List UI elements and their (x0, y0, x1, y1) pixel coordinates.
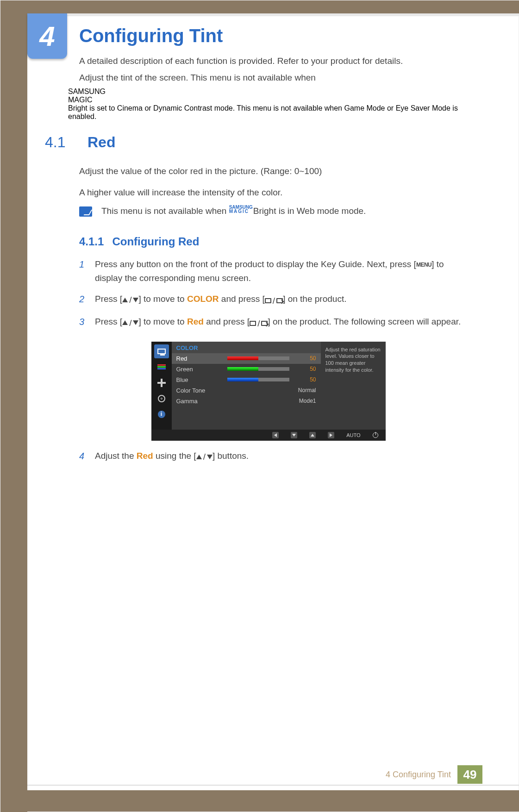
text: mode. This menu is not available when (214, 104, 344, 112)
osd-sidebar: i (151, 342, 172, 430)
web-mode: Web mode (297, 206, 339, 216)
steps-list-cont: 4 Adjust the Red using the [/] buttons. (79, 449, 469, 464)
note-icon (79, 206, 92, 217)
step-text: Adjust the Red using the [/] buttons. (95, 449, 249, 464)
intro-line-2: Adjust the tint of the screen. This menu… (79, 71, 469, 84)
text: or (387, 104, 396, 112)
text: ] to move to (138, 294, 187, 304)
osd-label: Color Tone (176, 387, 227, 394)
text: mode. (342, 206, 366, 216)
top-margin-bar (0, 0, 519, 13)
osd-label: Red (176, 355, 227, 362)
osd-nav-down[interactable] (291, 432, 297, 438)
osd-help-panel: Adjust the red saturation level. Values … (321, 342, 386, 430)
osd-nav-bar: AUTO (151, 430, 386, 441)
osd-nav-right[interactable] (328, 432, 334, 438)
osd: i COLOR Red 50 Green 50 (151, 342, 386, 441)
triangle-up-icon (311, 434, 314, 437)
osd-body: i COLOR Red 50 Green 50 (151, 342, 386, 430)
osd-tab-color[interactable] (154, 360, 169, 374)
cinema-mode: Cinema (117, 104, 143, 112)
monitor-icon (157, 349, 166, 354)
page-number: 49 (457, 765, 482, 784)
select-enter-icon: / (250, 317, 268, 330)
eye-saver-link[interactable]: Eye Saver Mode (396, 104, 450, 112)
osd-tab-picture[interactable] (154, 344, 169, 358)
red-word: Red (137, 451, 153, 461)
osd-row-tone[interactable]: Color Tone Normal (172, 385, 321, 396)
osd-screenshot: i COLOR Red 50 Green 50 (151, 342, 386, 441)
footer: 4 Configuring Tint 49 (27, 763, 519, 786)
red-word: Red (187, 317, 204, 326)
osd-tab-setup[interactable] (154, 392, 169, 406)
osd-label: Gamma (176, 398, 227, 405)
osd-row-gamma[interactable]: Gamma Mode1 (172, 396, 321, 406)
info-icon: i (158, 411, 165, 418)
footer-chapter: 4 Configuring Tint (386, 770, 451, 780)
step-number: 4 (79, 449, 88, 464)
page: 4 Configuring Tint A detailed descriptio… (0, 0, 519, 812)
bright-link[interactable]: Bright (68, 104, 88, 112)
step-1: 1 Press any button on the front of the p… (79, 257, 469, 285)
section-heading: 4.1 Red (45, 134, 469, 151)
color-bars-icon (157, 364, 166, 370)
text: This menu is not available when (101, 206, 229, 216)
osd-power-button[interactable] (373, 432, 378, 438)
subsection-number: 4.1.1 (79, 235, 104, 248)
osd-slider-green[interactable] (227, 367, 289, 371)
step-3: 3 Press [/] to move to Red and press [/]… (79, 315, 469, 330)
osd-label: Green (176, 366, 227, 373)
red-desc-1: Adjust the value of the color red in the… (79, 165, 469, 178)
text: Adjust the tint of the screen. This menu… (79, 73, 318, 82)
triangle-down-icon (292, 434, 296, 437)
osd-slider-red[interactable] (227, 356, 289, 360)
osd-header: COLOR (172, 342, 321, 353)
osd-nav-up[interactable] (309, 432, 316, 438)
text: and press [ (204, 317, 250, 326)
up-down-icon: / (122, 316, 138, 330)
osd-nav-left[interactable] (272, 432, 279, 438)
page-title: Configuring Tint (79, 25, 469, 46)
resize-icon (157, 379, 166, 387)
text: ] buttons. (213, 451, 249, 461)
text: is set to (89, 104, 117, 112)
triangle-left-icon (274, 433, 277, 437)
bright-link[interactable]: Bright (253, 206, 276, 216)
text: MAGIC (229, 209, 253, 213)
osd-slider-blue[interactable] (227, 378, 289, 381)
osd-row-red[interactable]: Red 50 (172, 353, 321, 364)
note: This menu is not available when SAMSUNG … (79, 205, 469, 217)
osd-row-green[interactable]: Green 50 (172, 364, 321, 375)
osd-row-blue[interactable]: Blue 50 (172, 375, 321, 385)
osd-value: Normal (227, 387, 316, 394)
up-down-icon: / (196, 450, 213, 463)
gear-icon (158, 395, 165, 402)
osd-tab-info[interactable]: i (154, 407, 169, 421)
osd-tab-size[interactable] (154, 376, 169, 390)
text: ] on the product. The following screen w… (268, 317, 461, 326)
dynamic-contrast: Dynamic Contrast (153, 104, 212, 112)
color-word: COLOR (187, 294, 219, 304)
game-mode-link[interactable]: Game Mode (344, 104, 385, 112)
step-number: 1 (79, 257, 88, 285)
step-text: Press [/] to move to Red and press [/] o… (95, 315, 461, 330)
osd-value: 50 (294, 366, 316, 372)
power-icon (373, 432, 378, 438)
intro-line-1: A detailed description of each function … (79, 55, 469, 68)
text: Press any button on the front of the pro… (95, 259, 416, 269)
select-enter-icon: / (265, 294, 283, 307)
section-title: Red (88, 134, 115, 151)
text: ] to move to (138, 317, 187, 326)
bottom-margin-bar (0, 790, 519, 812)
text: is in (279, 206, 297, 216)
text: or (144, 104, 153, 112)
osd-label: Blue (176, 376, 227, 383)
step-text: Press [/] to move to COLOR and press [/]… (95, 292, 346, 307)
osd-main: COLOR Red 50 Green 50 Blue (172, 342, 321, 430)
step-number: 3 (79, 315, 88, 330)
osd-auto-label[interactable]: AUTO (346, 432, 360, 438)
subsection-title: Configuring Red (112, 235, 199, 248)
triangle-right-icon (330, 433, 332, 437)
text: MAGIC (68, 96, 469, 104)
text: ] on the product. (283, 294, 346, 304)
